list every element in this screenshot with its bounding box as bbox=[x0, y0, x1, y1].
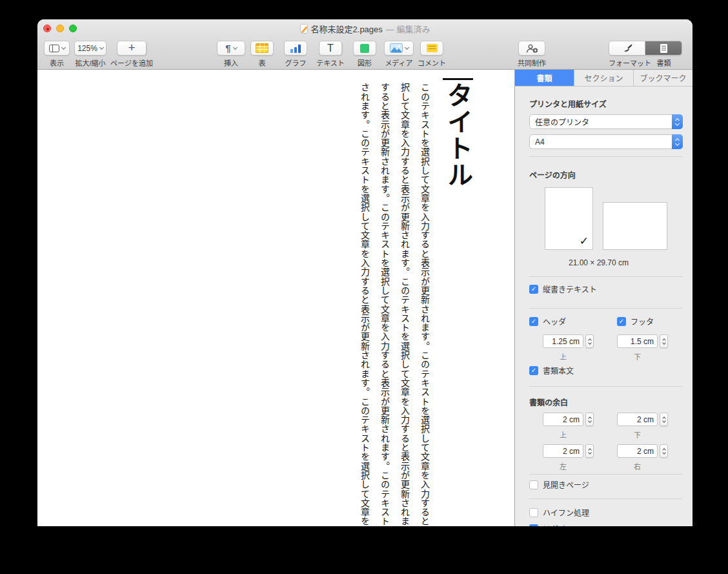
printer-select[interactable]: 任意のプリンタ bbox=[529, 114, 683, 129]
comment-label: コメント bbox=[418, 57, 446, 68]
note-icon bbox=[427, 44, 438, 52]
person-add-icon bbox=[525, 43, 539, 54]
chevron-down-icon bbox=[99, 45, 104, 49]
format-label: フォーマット bbox=[609, 57, 645, 68]
header-margin-stepper[interactable] bbox=[585, 334, 594, 348]
view-button[interactable]: 表示 bbox=[44, 41, 70, 68]
divider bbox=[529, 276, 683, 277]
orientation-landscape[interactable] bbox=[603, 202, 667, 250]
margin-left-label: 左 bbox=[543, 461, 583, 471]
divider bbox=[529, 474, 683, 475]
letter-t-icon: T bbox=[327, 43, 334, 54]
margin-top-field[interactable]: 2 cm bbox=[543, 413, 583, 426]
check-icon: ✓ bbox=[531, 318, 536, 325]
zoom-button[interactable]: 125% 拡大/縮小 bbox=[74, 41, 106, 68]
margin-bottom-stepper[interactable] bbox=[660, 413, 668, 426]
document-inspector-button[interactable] bbox=[645, 41, 682, 56]
margin-left-stepper[interactable] bbox=[585, 444, 594, 458]
body-text-column[interactable]: されます。このテキストを選択して文章を入力すると表示が更新されます。このテキスト… bbox=[354, 83, 374, 526]
chart-button[interactable]: グラフ bbox=[284, 41, 307, 68]
shape-button[interactable]: 図形 bbox=[353, 41, 376, 68]
hyphenation-checkbox[interactable] bbox=[529, 508, 538, 517]
insert-label: 挿入 bbox=[224, 57, 238, 68]
margin-top-stepper[interactable] bbox=[585, 413, 594, 426]
view-label: 表示 bbox=[50, 57, 64, 68]
header-row: ✓ ヘッダ bbox=[529, 316, 566, 327]
inspector-segment: フォーマット 書類 bbox=[609, 41, 682, 68]
document-page[interactable]: タイトル このテキストを選択して文章を入力すると表示が更新されます。このテキスト… bbox=[37, 70, 514, 526]
text-button[interactable]: T テキスト bbox=[316, 41, 345, 68]
paper-size-select[interactable]: A4 bbox=[529, 134, 683, 149]
document-body-checkbox[interactable]: ✓ bbox=[529, 366, 538, 375]
check-icon: ✓ bbox=[619, 318, 624, 325]
ligatures-checkbox[interactable]: ✓ bbox=[529, 524, 538, 527]
footer-margin-stepper[interactable] bbox=[660, 334, 668, 348]
header-pos-label: 上 bbox=[543, 351, 583, 362]
header-label: ヘッダ bbox=[543, 316, 566, 327]
collaborate-button[interactable]: 共同制作 bbox=[518, 41, 546, 68]
printer-section-heading: プリンタと用紙サイズ bbox=[529, 98, 607, 109]
paper-size-select-value: A4 bbox=[530, 138, 672, 147]
paintbrush-icon bbox=[622, 43, 632, 53]
chart-label: グラフ bbox=[285, 57, 307, 68]
margin-bottom-field[interactable]: 2 cm bbox=[617, 413, 658, 426]
ligatures-label: リガチャ bbox=[543, 523, 574, 526]
document-filename: 名称未設定2.pages bbox=[311, 23, 383, 35]
square-icon bbox=[360, 44, 369, 53]
tab-bookmark[interactable]: ブックマーク bbox=[634, 70, 693, 86]
body-text-column[interactable]: このテキストを選択して文章を入力すると表示が更新されます。このテキストを選択して… bbox=[414, 83, 434, 526]
tab-section[interactable]: セクション bbox=[574, 70, 634, 86]
tab-document[interactable]: 書類 bbox=[515, 70, 574, 86]
check-icon: ✓ bbox=[580, 234, 589, 248]
zoom-value: 125% bbox=[77, 44, 97, 53]
facing-pages-checkbox[interactable] bbox=[529, 480, 538, 489]
document-inspector-sidebar: 書類 セクション ブックマーク プリンタと用紙サイズ 任意のプリンタ A4 ペー… bbox=[514, 70, 693, 526]
pages-doc-icon bbox=[300, 24, 308, 34]
margins-heading: 書類の余白 bbox=[529, 396, 568, 407]
vertical-text-label: 縦書きテキスト bbox=[543, 283, 597, 294]
zoom-label: 拡大/縮小 bbox=[75, 57, 105, 68]
titlebar[interactable]: 名称未設定2.pages — 編集済み bbox=[37, 19, 693, 37]
collaborate-label: 共同制作 bbox=[518, 57, 546, 68]
margin-right-stepper[interactable] bbox=[660, 444, 668, 458]
document-inspector-label: 書類 bbox=[645, 57, 682, 68]
ligatures-row: ✓ リガチャ bbox=[529, 523, 574, 526]
chevron-down-icon bbox=[404, 45, 409, 49]
footer-checkbox[interactable]: ✓ bbox=[617, 317, 626, 326]
select-arrows-icon bbox=[672, 134, 683, 149]
hyphenation-row: ハイフン処理 bbox=[529, 507, 589, 518]
header-checkbox[interactable]: ✓ bbox=[529, 317, 538, 326]
chevron-down-icon bbox=[233, 45, 238, 49]
orientation-heading: ページの方向 bbox=[529, 169, 576, 180]
page-size-label: 21.00 × 29.70 cm bbox=[515, 258, 682, 267]
margin-right-field[interactable]: 2 cm bbox=[617, 444, 658, 458]
margin-left-field[interactable]: 2 cm bbox=[543, 444, 583, 458]
format-button[interactable] bbox=[609, 41, 645, 56]
body-text-column[interactable]: すると表示が更新されます。このテキストを選択して文章を入力すると表示が更新されま… bbox=[374, 83, 394, 526]
check-icon: ✓ bbox=[531, 367, 536, 374]
orientation-portrait[interactable]: ✓ bbox=[545, 187, 593, 250]
toolbar: 表示 125% 拡大/縮小 + ページを追加 ¶ 挿入 bbox=[37, 37, 693, 70]
check-icon: ✓ bbox=[531, 286, 536, 292]
window-title: 名称未設定2.pages — 編集済み bbox=[37, 19, 693, 37]
document-title[interactable]: タイトル bbox=[444, 82, 472, 263]
vertical-text-checkbox[interactable]: ✓ bbox=[529, 285, 538, 294]
divider bbox=[529, 156, 683, 157]
margin-top-label: 上 bbox=[543, 429, 583, 440]
sidebar-layout-icon bbox=[49, 45, 59, 52]
hyphenation-label: ハイフン処理 bbox=[543, 507, 589, 518]
select-arrows-icon bbox=[672, 114, 683, 129]
media-button[interactable]: メディア bbox=[384, 41, 414, 68]
insert-button[interactable]: ¶ 挿入 bbox=[217, 41, 245, 68]
facing-pages-row: 見開きページ bbox=[529, 479, 589, 490]
check-icon: ✓ bbox=[531, 526, 536, 527]
header-margin-field[interactable]: 1.25 cm bbox=[543, 334, 583, 348]
body-text-column[interactable]: 択して文章を入力すると表示が更新されます。このテキストを選択して文章を入力すると… bbox=[394, 83, 414, 526]
comment-button[interactable]: コメント bbox=[418, 41, 446, 68]
add-page-button[interactable]: + ページを追加 bbox=[110, 41, 153, 68]
table-grid-icon bbox=[256, 43, 268, 53]
footer-margin-field[interactable]: 1.5 cm bbox=[617, 334, 658, 348]
vertical-text-row: ✓ 縦書きテキスト bbox=[529, 283, 597, 294]
text-cursor bbox=[443, 78, 473, 80]
table-button[interactable]: 表 bbox=[250, 41, 274, 68]
